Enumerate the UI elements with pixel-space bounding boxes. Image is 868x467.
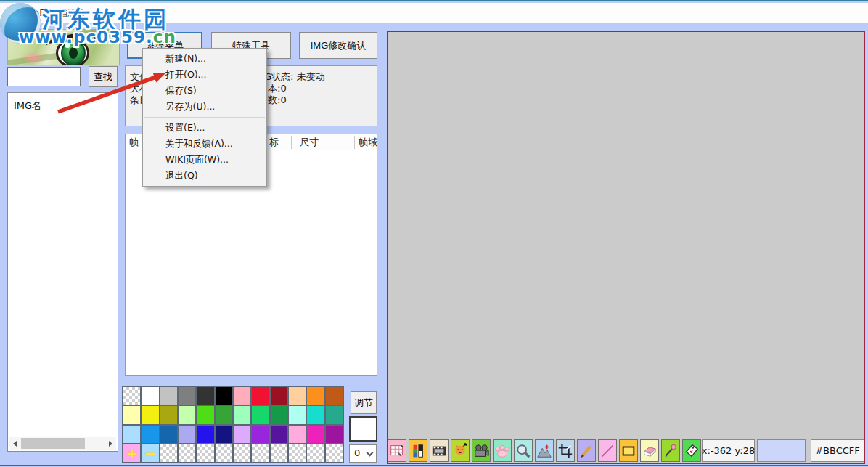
banner-image (7, 29, 120, 65)
palette-cell[interactable] (160, 426, 177, 443)
palette-cell[interactable] (252, 406, 269, 423)
toolbar-paw-button[interactable] (493, 439, 512, 462)
blush (21, 52, 46, 65)
palette-cell[interactable] (271, 387, 287, 405)
palette-cell[interactable] (123, 406, 140, 423)
palette-cell[interactable] (179, 406, 195, 423)
toolbar-magnifier-button[interactable] (514, 439, 533, 462)
toolbar-eyedropper-button[interactable] (661, 439, 680, 462)
menu-item-5[interactable]: 关于和反馈(A)... (143, 136, 266, 152)
toolbar-pencil-button[interactable] (577, 439, 596, 462)
hex-color-readout: #BBCCFF (811, 439, 864, 462)
palette-cell[interactable] (179, 387, 195, 405)
palette-cell-transparent[interactable] (197, 444, 213, 462)
palette-cell[interactable] (252, 426, 269, 443)
palette-cell-transparent[interactable] (326, 444, 343, 462)
title-bar: 恋恋のEx黑猫版 2 (0, 3, 868, 23)
palette-cell[interactable] (197, 426, 213, 443)
palette-cell[interactable] (234, 426, 250, 443)
window-title: 恋恋のEx黑猫版 2 (13, 7, 84, 20)
palette-cell[interactable] (142, 406, 158, 423)
right-arrow-icon (109, 441, 112, 447)
palette-cell-transparent[interactable] (307, 444, 324, 462)
menu-item-3[interactable]: 另存为(U)... (143, 99, 266, 115)
menu-item-0[interactable]: 新建(N)... (143, 51, 266, 67)
img-name-list[interactable]: IMG名 (7, 92, 118, 452)
palette-cell[interactable] (252, 387, 269, 405)
coordinate-readout: x:-362 y:28 (702, 439, 755, 462)
palette-cell[interactable] (326, 406, 343, 423)
palette-cell-transparent[interactable] (179, 444, 195, 462)
palette-cell[interactable] (271, 406, 287, 423)
search-input[interactable] (7, 67, 81, 86)
menu-item-2[interactable]: 保存(S) (143, 83, 266, 99)
toolbar-tag-button[interactable] (682, 439, 701, 462)
img-confirm-button[interactable]: IMG修改确认 (299, 32, 377, 59)
palette-cell[interactable] (179, 426, 195, 443)
toolbar-crop-button[interactable] (556, 439, 575, 462)
find-button[interactable]: 查找 (89, 66, 118, 87)
toolbar-frame-edit-button[interactable] (388, 439, 406, 462)
toolbar-movie-camera-button[interactable] (472, 439, 491, 462)
palette-cell[interactable] (197, 406, 213, 423)
palette-add-button[interactable]: + (123, 444, 140, 462)
toolbar-line-button[interactable] (598, 439, 617, 462)
palette-cell-transparent[interactable] (289, 444, 306, 462)
cat-icon (452, 442, 468, 460)
tag-icon (684, 442, 700, 460)
toolbar-rectangle-button[interactable] (619, 439, 638, 462)
palette-cell-transparent[interactable] (271, 444, 287, 462)
palette-cell-transparent[interactable] (123, 387, 140, 405)
paw-icon (494, 442, 510, 460)
palette-cell[interactable] (326, 426, 343, 443)
palette-cell-transparent[interactable] (234, 444, 250, 462)
col-frame: 帧 (129, 134, 139, 150)
toolbar-cat-button[interactable] (451, 439, 470, 462)
image-canvas[interactable] (387, 31, 865, 464)
img-list-header: IMG名 (14, 100, 41, 113)
frame-edit-icon (389, 442, 405, 460)
palette-cell[interactable] (216, 387, 232, 405)
menu-item-4[interactable]: 设置(E)... (143, 120, 266, 136)
scrollbar-thumb[interactable] (21, 438, 85, 449)
info-count: 数:0 (268, 94, 287, 107)
palette-cell[interactable] (123, 426, 140, 443)
column-separator (291, 136, 292, 149)
palette-cell[interactable] (271, 426, 287, 443)
zoom-select[interactable]: 0 (349, 444, 377, 463)
palette-cell[interactable] (160, 406, 177, 423)
palette-cell[interactable] (142, 426, 158, 443)
palette-remove-button[interactable]: − (142, 444, 158, 462)
palette-cell[interactable] (160, 387, 177, 405)
palette-cell[interactable] (289, 426, 306, 443)
palette-cell[interactable] (216, 426, 232, 443)
palette-cell[interactable] (234, 387, 250, 405)
menu-item-6[interactable]: WIKI页面(W)... (143, 152, 266, 168)
palette-cell-transparent[interactable] (252, 444, 269, 462)
menu-item-1[interactable]: 打开(O)... (143, 67, 266, 83)
palette-cell[interactable] (216, 406, 232, 423)
chevron-down-icon (367, 450, 374, 457)
scroll-right-arrow[interactable] (105, 437, 116, 450)
toolbar-palette-button[interactable] (409, 439, 427, 462)
palette-cell[interactable] (307, 426, 324, 443)
palette-cell-transparent[interactable] (216, 444, 232, 462)
toolbar-eraser-button[interactable] (640, 439, 659, 462)
app-window: 恋恋のEx黑猫版 2 河东软件园 www.pc0359.cn 系统菜单 特殊工具… (0, 0, 868, 467)
palette-cell[interactable] (197, 387, 213, 405)
scroll-left-arrow[interactable] (9, 437, 20, 450)
palette-cell-transparent[interactable] (160, 444, 177, 462)
col-size: 尺寸 (300, 134, 319, 150)
menu-item-7[interactable]: 退出(Q) (143, 168, 266, 184)
palette-cell[interactable] (289, 406, 306, 423)
toolbar-filmstrip-button[interactable] (430, 439, 449, 462)
palette-cell[interactable] (142, 387, 158, 405)
palette-cell[interactable] (234, 406, 250, 423)
palette-cell[interactable] (289, 387, 306, 405)
palette-cell[interactable] (307, 406, 324, 423)
adjust-button[interactable]: 调节 (351, 391, 377, 414)
horizontal-scrollbar[interactable] (9, 437, 116, 450)
palette-cell[interactable] (326, 387, 343, 405)
palette-cell[interactable] (307, 387, 324, 405)
toolbar-transform-button[interactable] (535, 439, 554, 462)
